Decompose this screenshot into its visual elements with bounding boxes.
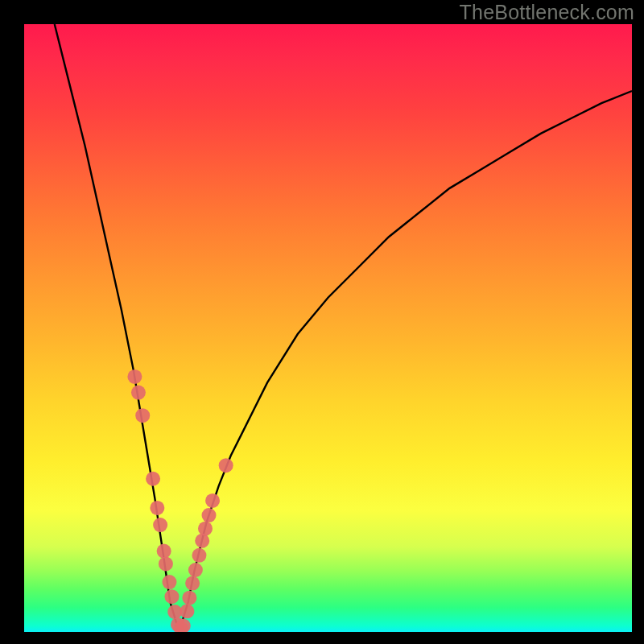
data-point — [219, 458, 233, 473]
data-point — [150, 501, 164, 515]
data-point — [182, 591, 196, 605]
data-point — [162, 575, 176, 589]
bottleneck-curve — [55, 24, 632, 632]
data-point — [180, 604, 194, 618]
data-point — [195, 534, 209, 548]
data-point — [131, 386, 146, 400]
data-point — [188, 563, 203, 577]
chart-svg — [24, 24, 632, 632]
data-point — [135, 408, 150, 423]
data-point — [164, 589, 179, 604]
data-point — [153, 518, 167, 532]
data-point — [198, 522, 213, 536]
data-point — [159, 556, 173, 571]
data-point — [146, 472, 160, 486]
watermark-text: TheBottleneck.com — [460, 1, 634, 24]
data-point — [185, 576, 200, 591]
data-point — [205, 493, 220, 508]
data-point — [157, 544, 171, 559]
data-point — [202, 508, 217, 522]
plot-area — [24, 24, 632, 632]
data-point — [127, 369, 142, 384]
data-point — [192, 548, 206, 563]
chart-frame: TheBottleneck.com — [0, 0, 644, 644]
